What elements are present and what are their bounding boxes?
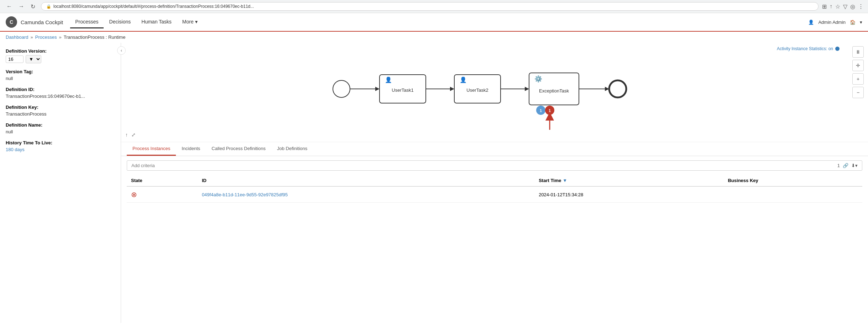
- pause-button[interactable]: ⏸: [852, 46, 864, 58]
- caret-icon[interactable]: ▾: [860, 20, 862, 25]
- sidebar-collapse-button[interactable]: ‹: [117, 46, 126, 55]
- diagram-mini-controls: ↑ ⤢: [125, 131, 136, 138]
- pan-button[interactable]: ✛: [852, 60, 864, 71]
- zoom-out-button[interactable]: −: [852, 87, 864, 98]
- tab-called-process-definitions[interactable]: Called Process Definitions: [206, 142, 271, 156]
- main-layout: ‹ Definition Version: ▼ Version Tag: nul…: [0, 43, 868, 323]
- sort-icon: ▼: [563, 178, 567, 183]
- nav-decisions[interactable]: Decisions: [104, 16, 136, 28]
- version-tag-value: null: [6, 76, 115, 81]
- col-state[interactable]: State: [127, 175, 198, 186]
- result-count: 1: [837, 163, 840, 168]
- user-task-1-icon: 👤: [385, 76, 392, 83]
- chevron-down-icon: ▾: [195, 19, 198, 25]
- bookmark-icon[interactable]: ☆: [835, 3, 840, 10]
- url-text: localhost:8080/camunda/app/cockpit/defau…: [53, 4, 254, 9]
- tab-incidents[interactable]: Incidents: [176, 142, 206, 156]
- browser-bar: ← → ↻ 🔒 localhost:8080/camunda/app/cockp…: [0, 0, 868, 13]
- version-tag-label: Version Tag:: [6, 69, 115, 74]
- home-icon[interactable]: 🏠: [850, 20, 856, 25]
- version-input[interactable]: [6, 55, 23, 63]
- sidebar-definition-key: Definition Key: TransactionProcess: [6, 105, 115, 117]
- main-nav: Processes Decisions Human Tasks More ▾: [70, 16, 203, 28]
- expand-up-button[interactable]: ↑: [125, 131, 129, 138]
- end-event[interactable]: [609, 80, 626, 97]
- diagram-controls: ⏸ ✛ + −: [852, 46, 864, 98]
- app-logo: C Camunda Cockpit: [6, 16, 63, 28]
- start-event[interactable]: [333, 80, 350, 97]
- col-business-key[interactable]: Business Key: [723, 175, 862, 186]
- row-state: ⊗: [127, 186, 198, 203]
- browser-actions: ⊞ ↑ ☆ ▽ ◎ ⋮: [822, 3, 864, 10]
- fullscreen-button[interactable]: ⤢: [131, 131, 136, 138]
- table-row: ⊗ 049f4a8e-b11d-11ee-9d55-92e97825df95 2…: [127, 186, 862, 203]
- user-task-1-label: UserTask1: [392, 87, 413, 93]
- header-right: 👤 Admin Admin 🏠 ▾: [808, 20, 862, 25]
- error-state-icon: ⊗: [131, 191, 137, 198]
- refresh-button[interactable]: ↻: [28, 2, 37, 11]
- back-button[interactable]: ←: [4, 2, 14, 10]
- lock-icon: 🔒: [46, 4, 51, 9]
- more-icon[interactable]: ⋮: [858, 3, 864, 10]
- col-id[interactable]: ID: [198, 175, 534, 186]
- user-icon: 👤: [808, 20, 814, 25]
- gear-icon: ⚙️: [534, 75, 543, 83]
- user-task-2-label: UserTask2: [466, 87, 488, 93]
- definition-id-value: TransactionProcess:16:049670ec-b1...: [6, 94, 115, 99]
- table-header-row: State ID Start Time ▼ Business Key: [127, 175, 862, 186]
- definition-key-label: Definition Key:: [6, 105, 115, 110]
- chrome-icon[interactable]: ◎: [850, 3, 855, 10]
- col-start-time[interactable]: Start Time ▼: [534, 175, 723, 186]
- exception-task-label: ExceptionTask: [539, 88, 569, 94]
- download-icon[interactable]: ⬇▾: [851, 163, 858, 168]
- nav-processes[interactable]: Processes: [70, 16, 103, 28]
- version-select[interactable]: ▼: [6, 55, 115, 63]
- breadcrumb-dashboard[interactable]: Dashboard: [6, 34, 28, 40]
- logo-circle: C: [6, 16, 17, 28]
- forward-button[interactable]: →: [16, 2, 26, 10]
- history-time-label: History Time To Live:: [6, 140, 115, 145]
- breadcrumb-processes[interactable]: Processes: [35, 34, 57, 40]
- translate-icon[interactable]: ⊞: [822, 3, 827, 10]
- row-start-time: 2024-01-12T15:34:28: [534, 186, 723, 203]
- arrowhead-1: [375, 87, 380, 91]
- breadcrumb: Dashboard » Processes » TransactionProce…: [0, 32, 868, 43]
- url-bar[interactable]: 🔒 localhost:8080/camunda/app/cockpit/def…: [41, 2, 819, 11]
- extension-icon[interactable]: ▽: [843, 3, 847, 10]
- app-header: C Camunda Cockpit Processes Decisions Hu…: [0, 13, 868, 32]
- row-business-key: [723, 186, 862, 203]
- share-icon[interactable]: ↑: [830, 3, 832, 10]
- search-bar[interactable]: 1 🔗 ⬇▾: [127, 160, 862, 171]
- sidebar-history-time: History Time To Live: 180 days: [6, 140, 115, 152]
- sidebar-definition-name: Definition Name: null: [6, 122, 115, 134]
- tab-job-definitions[interactable]: Job Definitions: [271, 142, 313, 156]
- bpmn-diagram: UserTask1 👤 UserTask2 👤 ExceptionTask ⚙️: [121, 43, 868, 139]
- data-table: State ID Start Time ▼ Business Key ⊗: [127, 175, 862, 203]
- sidebar-definition-id: Definition ID: TransactionProcess:16:049…: [6, 87, 115, 99]
- tabs-section: Process Instances Incidents Called Proce…: [121, 142, 868, 156]
- diagram-canvas[interactable]: Activity Instance Statistics: on UserTas…: [121, 43, 868, 142]
- breadcrumb-current: TransactionProcess : Runtime: [64, 34, 126, 40]
- table-section: 1 🔗 ⬇▾ State ID Start Time ▼ Business Ke…: [121, 156, 868, 323]
- search-input[interactable]: [131, 163, 835, 168]
- version-dropdown[interactable]: ▼: [26, 55, 41, 63]
- zoom-in-button[interactable]: +: [852, 73, 864, 85]
- definition-key-value: TransactionProcess: [6, 111, 115, 117]
- arrowhead-2: [450, 87, 454, 91]
- browser-nav[interactable]: ← → ↻: [4, 2, 37, 11]
- nav-more[interactable]: More ▾: [177, 16, 203, 28]
- sidebar-definition-version: Definition Version: ▼: [6, 48, 115, 63]
- badge-blue-label: 1: [540, 108, 542, 113]
- app-name: Camunda Cockpit: [21, 19, 63, 25]
- sidebar: ‹ Definition Version: ▼ Version Tag: nul…: [0, 43, 121, 323]
- badge-red-label: 1: [549, 108, 551, 113]
- sidebar-version-tag: Version Tag: null: [6, 69, 115, 81]
- definition-version-label: Definition Version:: [6, 48, 115, 54]
- user-name: Admin Admin: [818, 20, 846, 25]
- instance-id-link[interactable]: 049f4a8e-b11d-11ee-9d55-92e97825df95: [202, 192, 288, 197]
- tab-process-instances[interactable]: Process Instances: [127, 142, 176, 156]
- row-id: 049f4a8e-b11d-11ee-9d55-92e97825df95: [198, 186, 534, 203]
- link-icon[interactable]: 🔗: [843, 163, 848, 168]
- nav-human-tasks[interactable]: Human Tasks: [136, 16, 177, 28]
- search-right: 1 🔗 ⬇▾: [837, 163, 858, 168]
